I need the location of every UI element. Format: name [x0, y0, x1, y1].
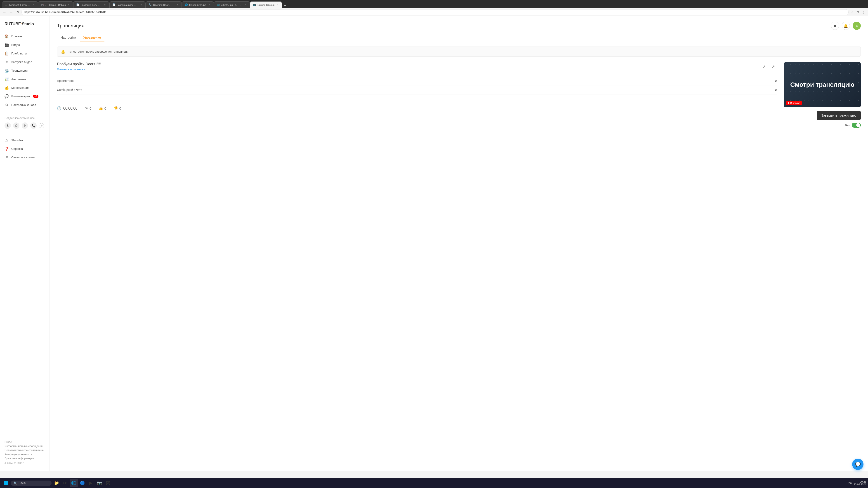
tab-control[interactable]: Управление — [80, 33, 105, 42]
timer-value: 00:00:00 — [63, 106, 77, 110]
tab-close-rutube-studio[interactable]: × — [276, 3, 279, 6]
telegram-icon[interactable]: ✈ — [22, 123, 28, 129]
tab-favicon-rutube-channel: 📺 — [217, 3, 220, 6]
notifications-button[interactable]: 🔔 — [842, 22, 850, 30]
chat-fab[interactable]: 💬 — [852, 459, 864, 470]
subscribe-label: Подписывайтесь на нас — [0, 115, 50, 121]
comments-icon: 💬 — [4, 94, 9, 98]
tab-close-mat1[interactable]: × — [103, 3, 106, 6]
footer-link-privacy[interactable]: Конфиденциальность — [4, 453, 45, 456]
views-label: Просмотров — [57, 79, 98, 83]
copyright-text: © 2024, RUTUBE — [4, 462, 45, 464]
record-button[interactable]: ⏺ — [831, 22, 839, 30]
sidebar-item-video[interactable]: 🎬 Видео — [0, 40, 50, 49]
menu-button[interactable]: ⋮ — [861, 9, 866, 15]
add-social-icon[interactable]: + — [39, 123, 44, 128]
extensions-button[interactable]: ⚙ — [856, 9, 860, 15]
chat-messages-label: Сообщений в чате — [57, 88, 98, 92]
tab-new[interactable]: 🌐 Новая вкладка × — [182, 1, 214, 8]
bookmark-button[interactable]: ☆ — [850, 9, 855, 15]
sidebar-item-help[interactable]: ❓ Справка — [0, 144, 50, 153]
chat-toggle-switch[interactable] — [852, 123, 861, 128]
sidebar-item-analytics[interactable]: 📊 Аналитика — [0, 75, 50, 84]
sidebar-item-home[interactable]: 🏠 Главная — [0, 32, 50, 40]
sidebar-item-complaints[interactable]: ⚠ Жалобы — [0, 136, 50, 144]
user-avatar[interactable]: E — [852, 22, 861, 30]
sidebar-item-channel[interactable]: ⚙ Настройка канала — [0, 101, 50, 109]
back-button[interactable]: ← — [2, 9, 7, 15]
sidebar-label-playlists: Плейлисты — [11, 52, 27, 55]
footer-link-info[interactable]: Информационные сообщения — [4, 445, 45, 448]
sidebar-label-comments: Комментарии — [11, 95, 30, 98]
dislikes-count: 0 — [119, 107, 121, 110]
tab-close-microsoft[interactable]: × — [32, 3, 35, 6]
sidebar-item-playlists[interactable]: 📋 Плейлисты — [0, 49, 50, 58]
stream-controls: Завершить трансляцию Чат — [784, 111, 861, 128]
tab-close-new[interactable]: × — [208, 3, 211, 6]
tab-close-rutube-channel[interactable]: × — [244, 3, 247, 6]
external-link-button[interactable]: ↗ — [770, 63, 777, 70]
chat-label: Чат — [845, 124, 850, 127]
tab-favicon-opening-door: 🔧 — [149, 3, 152, 6]
chevron-down-icon: ▾ — [84, 68, 86, 71]
sidebar-label-monetization: Монетизация — [11, 86, 29, 90]
sidebar-label-analytics: Аналитика — [11, 77, 26, 81]
tab-close-roblox[interactable]: × — [67, 3, 70, 6]
sidebar-divider-1 — [0, 112, 50, 112]
tab-roblox[interactable]: 🎮 (+) Home - Roblox × — [38, 1, 73, 8]
tab-mat1[interactable]: 📄 название всех матери... × — [73, 1, 110, 8]
stream-timer: 🕐 00:00:00 — [57, 106, 77, 110]
sidebar-divider-2 — [0, 133, 50, 133]
viber-icon[interactable]: 📞 — [30, 123, 37, 129]
upload-icon: ⬆ — [4, 60, 9, 64]
content-right: Смотри трансляцию В эфире Завершить тран… — [784, 62, 861, 128]
new-tab-button[interactable]: + — [282, 3, 288, 8]
social-icons-row: В О ✈ 📞 + — [0, 121, 50, 130]
tab-title-roblox: (+) Home - Roblox — [45, 4, 66, 6]
tab-microsoft[interactable]: 🛡 Microsoft Family Safety × — [2, 1, 38, 8]
tab-close-opening-door[interactable]: × — [176, 3, 179, 6]
tab-favicon-microsoft: 🛡 — [5, 3, 8, 6]
tab-favicon-new: 🌐 — [185, 3, 188, 6]
show-description-link[interactable]: Показать описание ▾ — [57, 68, 101, 71]
share-button[interactable]: ↗ — [761, 63, 768, 70]
dislikes-icon: 👎 — [114, 106, 118, 110]
alert-icon: 🔔 — [61, 50, 65, 54]
tab-opening-door[interactable]: 🔧 Opening Door - Creator... × — [146, 1, 182, 8]
content-layout: Пробуем пройти Doors 2!!! Показать описа… — [57, 62, 861, 128]
chat-toggle-row: Чат — [845, 123, 861, 128]
stream-info-section: Пробуем пройти Doors 2!!! Показать описа… — [57, 62, 777, 71]
show-description-label: Показать описание — [57, 68, 83, 71]
tab-title-new: Новая вкладка — [189, 4, 206, 6]
sidebar-item-contact[interactable]: ✉ Связаться с нами — [0, 153, 50, 162]
refresh-button[interactable]: ↻ — [16, 9, 20, 15]
preview-area: Смотри трансляцию В эфире — [784, 62, 861, 107]
vk-icon[interactable]: В — [4, 123, 11, 129]
tab-close-mat2[interactable]: × — [140, 3, 143, 6]
sidebar-item-monetization[interactable]: 💰 Монетизация — [0, 84, 50, 92]
address-bar[interactable]: https://studio.rutube.ru/stream/31b7d924… — [22, 9, 848, 15]
sidebar-item-upload[interactable]: ⬆ Загрузка видео — [0, 58, 50, 66]
footer-link-legal[interactable]: Правовая информация — [4, 457, 45, 460]
tab-favicon-rutube-studio: 📺 — [253, 3, 256, 6]
end-stream-button[interactable]: Завершить трансляцию — [817, 111, 861, 120]
tab-settings[interactable]: Настройки — [57, 33, 80, 42]
tab-rutube-studio[interactable]: 📺 Rutube Студия × — [250, 1, 282, 8]
chat-messages-value: 0 — [775, 88, 777, 92]
sidebar-item-streams[interactable]: 📡 Трансляции — [0, 66, 50, 75]
analytics-icon: 📊 — [4, 77, 9, 81]
live-label: В эфире — [790, 102, 800, 104]
footer-link-terms[interactable]: Пользовательское соглашение — [4, 449, 45, 452]
footer-link-about[interactable]: О нас — [4, 441, 45, 444]
tab-title-mat2: название всех матери... — [117, 4, 138, 6]
browser-toolbar: ← → ↻ https://studio.rutube.ru/stream/31… — [0, 8, 868, 16]
tab-rutube-channel[interactable]: 📺 e1iot77 на RUTUBE: 16 в... × — [214, 1, 250, 8]
odnoklassniki-icon[interactable]: О — [13, 123, 20, 129]
live-badge: В эфире — [786, 101, 802, 105]
tab-settings-label: Настройки — [61, 36, 76, 39]
tab-mat2[interactable]: 📄 название всех матери... × — [110, 1, 146, 8]
sidebar-item-comments[interactable]: 💬 Комментарии +9 — [0, 92, 50, 101]
sidebar-label-streams: Трансляции — [11, 69, 28, 72]
forward-button[interactable]: → — [8, 9, 14, 15]
alert-text: Чат сотрётся после завершения трансляции — [68, 50, 128, 53]
